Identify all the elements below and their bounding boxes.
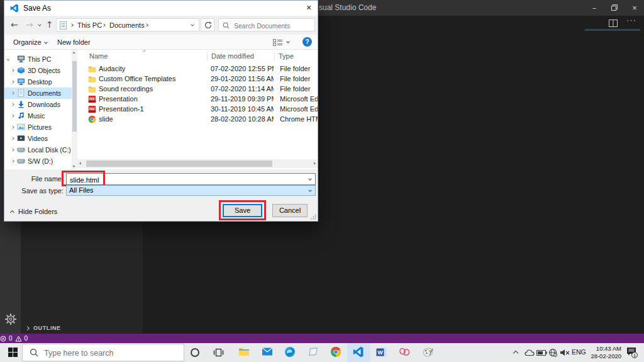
- close-window-button[interactable]: ×: [625, 0, 644, 16]
- file-name-input[interactable]: [69, 174, 304, 186]
- dialog-toolbar: Organize New folder ?: [4, 35, 318, 50]
- word-button[interactable]: W: [376, 347, 387, 358]
- dialog-search-box[interactable]: [218, 18, 315, 31]
- file-type: Microsoft Edge P: [280, 94, 318, 104]
- language-indicator[interactable]: ENG: [572, 348, 586, 356]
- vscode-button[interactable]: [353, 346, 364, 358]
- file-row-slide[interactable]: slide 28-02-2020 10:28 AM Chrome HTML D: [77, 114, 318, 124]
- problems-status[interactable]: 0 0: [0, 334, 644, 343]
- folder-icon: [88, 65, 96, 73]
- tray-expand-icon[interactable]: [513, 351, 518, 356]
- tree-item-sw-drive-d[interactable]: S/W (D:): [4, 156, 72, 167]
- view-options-icon[interactable]: [273, 39, 283, 46]
- back-button[interactable]: ←: [11, 18, 18, 31]
- tree-item-this-pc[interactable]: This PC: [4, 54, 72, 65]
- tree-item-downloads[interactable]: Downloads: [4, 99, 72, 110]
- breadcrumb[interactable]: This PC Documents: [56, 18, 199, 31]
- more-actions-button[interactable]: ···: [626, 15, 636, 25]
- chrome-button[interactable]: [330, 346, 341, 358]
- scroll-left-icon[interactable]: [79, 162, 82, 164]
- save-button[interactable]: Save: [223, 204, 262, 217]
- editor-decoration: [585, 29, 640, 31]
- file-row-presentation-1[interactable]: PDF Presentation-1 30-11-2019 10:45 AM M…: [77, 104, 318, 114]
- gear-icon[interactable]: [4, 313, 17, 325]
- chrome-icon: [88, 115, 96, 123]
- breadcrumb-documents[interactable]: Documents: [109, 19, 145, 32]
- start-button[interactable]: [8, 348, 18, 359]
- task-view-button[interactable]: [213, 348, 224, 360]
- tree-scrollbar[interactable]: [72, 50, 77, 169]
- breadcrumb-this-pc[interactable]: This PC: [77, 19, 102, 32]
- file-row-presentation[interactable]: PDF Presentation 29-11-2019 09:39 PM Mic…: [77, 94, 318, 104]
- organize-button[interactable]: Organize: [13, 35, 42, 50]
- documents-icon: [17, 89, 25, 97]
- sticky-notes-button[interactable]: [308, 347, 319, 358]
- up-button[interactable]: ↑: [46, 18, 53, 31]
- column-header-type[interactable]: Type: [279, 50, 294, 62]
- tree-item-music[interactable]: Music: [4, 110, 72, 122]
- file-row-sound-recordings[interactable]: Sound recordings 07-02-2020 11:14 AM Fil…: [77, 84, 318, 94]
- dialog-close-button[interactable]: ×: [300, 1, 318, 16]
- split-editor-button[interactable]: [609, 18, 618, 30]
- tree-item-local-disk-c[interactable]: Local Disk (C:): [4, 144, 72, 156]
- save-as-type-value: All Files: [69, 186, 94, 194]
- videos-icon: [17, 134, 25, 142]
- scroll-down-icon[interactable]: [72, 164, 75, 167]
- folder-tree: This PC 3D Objects Desktop Documents: [4, 50, 72, 169]
- scroll-right-icon[interactable]: [313, 162, 315, 164]
- help-button[interactable]: ?: [303, 37, 312, 47]
- view-dropdown-icon[interactable]: [286, 40, 290, 43]
- new-folder-button[interactable]: New folder: [57, 35, 91, 50]
- refresh-button[interactable]: [201, 18, 214, 31]
- forward-button[interactable]: →: [26, 18, 33, 31]
- tree-item-pictures[interactable]: Pictures: [4, 122, 72, 133]
- taskbar-search-input[interactable]: [43, 344, 177, 362]
- dialog-titlebar[interactable]: Save As ×: [4, 1, 318, 16]
- cancel-label: Cancel: [279, 206, 301, 214]
- hide-folders-button[interactable]: Hide Folders: [11, 206, 57, 217]
- scrollbar-thumb[interactable]: [72, 61, 77, 132]
- paint3d-button[interactable]: [422, 346, 433, 358]
- minimize-button[interactable]: –: [585, 0, 604, 16]
- tree-item-desktop[interactable]: Desktop: [4, 76, 72, 88]
- save-type-dropdown-icon[interactable]: [308, 188, 312, 192]
- mail-button[interactable]: [262, 347, 273, 358]
- column-header-name[interactable]: Name: [89, 50, 108, 62]
- outline-section-header[interactable]: OUTLINE: [26, 322, 61, 334]
- recent-locations-icon[interactable]: [38, 23, 42, 26]
- file-row-custom-office-templates[interactable]: Custom Office Templates 29-01-2020 11:56…: [77, 74, 318, 84]
- dialog-search-input[interactable]: [233, 20, 314, 31]
- address-dropdown-icon[interactable]: [191, 23, 194, 26]
- action-center-button[interactable]: 1: [626, 347, 638, 358]
- cancel-button[interactable]: Cancel: [272, 204, 308, 217]
- battery-icon[interactable]: [536, 350, 547, 356]
- dialog-nav-bar: ← → ↑ This PC Documents: [4, 16, 318, 35]
- file-row-audacity[interactable]: Audacity 07-02-2020 12:55 PM File folder: [77, 64, 318, 74]
- snip-sketch-button[interactable]: [399, 347, 410, 358]
- tree-item-documents[interactable]: Documents: [4, 88, 72, 99]
- tree-label: Desktop: [28, 76, 52, 88]
- volume-muted-icon[interactable]: [560, 349, 570, 356]
- file-date: 07-02-2020 12:55 PM: [211, 64, 274, 74]
- cortana-button[interactable]: [191, 348, 199, 357]
- edge-button[interactable]: [284, 346, 296, 358]
- list-horizontal-scrollbar[interactable]: [77, 159, 318, 168]
- file-name-field[interactable]: [66, 173, 316, 185]
- onedrive-cloud-icon[interactable]: [525, 349, 535, 356]
- organize-dropdown-icon[interactable]: [44, 40, 48, 44]
- file-explorer-button[interactable]: [238, 347, 250, 358]
- scroll-up-icon[interactable]: [72, 52, 75, 54]
- tree-item-videos[interactable]: Videos: [4, 133, 72, 144]
- network-globe-icon[interactable]: [548, 348, 557, 357]
- resize-grip[interactable]: [311, 214, 316, 220]
- file-name-dropdown-icon[interactable]: [308, 177, 312, 181]
- taskbar-search-box[interactable]: [22, 344, 184, 361]
- search-icon: [30, 348, 38, 357]
- save-as-type-select[interactable]: All Files: [66, 185, 316, 196]
- maximize-button[interactable]: [605, 0, 624, 16]
- tree-item-3d-objects[interactable]: 3D Objects: [4, 65, 72, 76]
- clock[interactable]: 10:43 AM 28-02-2020: [590, 345, 621, 360]
- scrollbar-thumb[interactable]: [86, 161, 272, 167]
- error-icon: [0, 336, 6, 342]
- column-header-date[interactable]: Date modified: [211, 50, 254, 62]
